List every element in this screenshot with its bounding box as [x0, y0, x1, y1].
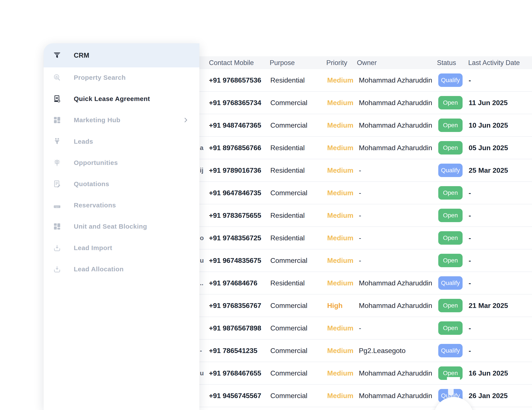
- priority-cell: Medium: [327, 144, 353, 152]
- table-header-row: Contact Mobile Purpose Priority Owner St…: [200, 56, 532, 69]
- table-row[interactable]: +91 9768467655CommercialMediumMohammad A…: [200, 362, 532, 385]
- reservation-keys-icon: [53, 201, 61, 209]
- opportunity-bulb-icon: [53, 159, 61, 167]
- column-header-contact-mobile[interactable]: Contact Mobile: [209, 59, 254, 67]
- column-header-purpose[interactable]: Purpose: [270, 59, 295, 67]
- column-header-status[interactable]: Status: [437, 59, 456, 67]
- clipped-text-fragment: u.: [200, 369, 204, 377]
- last-activity-date-cell: -: [469, 211, 471, 219]
- last-activity-date-cell: 26 Jan 2025: [469, 392, 508, 400]
- status-badge[interactable]: Qualify: [438, 164, 463, 177]
- sidebar-item-label: Property Search: [74, 74, 126, 81]
- priority-cell: Medium: [327, 347, 353, 355]
- status-badge[interactable]: Open: [438, 186, 463, 200]
- sidebar-item-marketing-hub[interactable]: Marketing Hub: [44, 110, 200, 130]
- purpose-cell: Commercial: [270, 324, 307, 332]
- crm-sidebar: CRM Property SearchQuick Lease Agreement…: [44, 43, 200, 410]
- priority-cell: Medium: [327, 279, 353, 287]
- last-activity-date-cell: -: [469, 256, 471, 264]
- sidebar-item-label: Reservations: [74, 201, 116, 209]
- status-badge[interactable]: Open: [438, 321, 463, 335]
- column-header-priority[interactable]: Priority: [326, 59, 347, 67]
- status-badge[interactable]: Open: [438, 96, 463, 109]
- sidebar-item-label: Opportunities: [74, 159, 118, 166]
- status-badge[interactable]: Open: [438, 141, 463, 155]
- clipped-text-fragment: o.: [200, 234, 204, 242]
- clipped-text-fragment: u.: [200, 257, 204, 264]
- priority-cell: Medium: [327, 99, 353, 107]
- priority-cell: High: [327, 302, 342, 310]
- sidebar-item-label: Marketing Hub: [74, 116, 120, 124]
- clipped-text-fragment: -: [200, 347, 204, 354]
- column-header-owner[interactable]: Owner: [357, 59, 377, 67]
- contact-mobile-cell: +91 9487467365: [209, 121, 261, 129]
- purpose-cell: Residential: [270, 76, 305, 84]
- contact-mobile-cell: +91 9674835675: [209, 256, 261, 264]
- sidebar-item-crm[interactable]: CRM: [44, 43, 200, 67]
- table-row[interactable]: +91 9456745567CommercialMediumMohammad A…: [200, 385, 532, 407]
- table-row[interactable]: +91 9783675655ResidentialMedium-Open-: [200, 204, 532, 227]
- import-tray-icon: [53, 244, 61, 252]
- sidebar-item-opportunities[interactable]: Opportunities: [44, 152, 200, 173]
- status-badge[interactable]: Open: [438, 209, 463, 222]
- last-activity-date-cell: -: [469, 76, 471, 84]
- status-badge[interactable]: Qualify: [438, 276, 463, 290]
- column-header-last-activity-date[interactable]: Last Activity Date: [468, 59, 520, 67]
- purpose-cell: Commercial: [270, 392, 307, 400]
- sidebar-item-unit-and-seat-blocking[interactable]: Unit and Seat Blocking: [44, 216, 200, 237]
- last-activity-date-cell: 05 Jun 2025: [469, 144, 508, 152]
- table-row[interactable]: +91 9789016736ResidentialMedium-Qualify2…: [200, 159, 532, 182]
- sidebar-item-label: Quotations: [74, 180, 109, 188]
- table-row[interactable]: +91 9768365734CommercialMediumMohammad A…: [200, 92, 532, 114]
- table-row[interactable]: +91 974684676ResidentialMediumMohammad A…: [200, 272, 532, 294]
- sidebar-item-reservations[interactable]: Reservations: [44, 195, 200, 216]
- table-row[interactable]: +91 9768356767CommercialHighMohammad Azh…: [200, 294, 532, 317]
- contact-mobile-cell: +91 8976856766: [209, 144, 261, 152]
- sidebar-item-quotations[interactable]: Quotations: [44, 173, 200, 194]
- table-row[interactable]: +91 786541235CommercialMediumPg2.Leasego…: [200, 340, 532, 362]
- last-activity-date-cell: 11 Jun 2025: [469, 99, 508, 107]
- table-body: +91 9768657536ResidentialMediumMohammad …: [200, 69, 532, 407]
- purpose-cell: Commercial: [270, 302, 307, 310]
- table-row[interactable]: +91 9876567898CommercialMedium-Open-: [200, 317, 532, 340]
- owner-cell: Mohammad Azharuddin: [359, 121, 432, 129]
- owner-cell: -: [359, 166, 361, 174]
- table-row[interactable]: +91 9647846735CommercialMedium-Open-: [200, 182, 532, 204]
- leads-funnel-icon: [53, 137, 61, 146]
- purpose-cell: Commercial: [270, 369, 307, 377]
- crm-app-screen: Contact Mobile Purpose Priority Owner St…: [0, 0, 532, 410]
- property-search-icon: [53, 73, 61, 82]
- sidebar-item-property-search[interactable]: Property Search: [44, 67, 200, 88]
- owner-cell: Mohammad Azharuddin: [359, 144, 432, 152]
- last-activity-date-cell: -: [469, 279, 471, 287]
- overlay-artifact: [448, 385, 454, 395]
- purpose-cell: Residential: [270, 144, 305, 152]
- table-row[interactable]: +91 9748356725ResidentialMedium-Open-o.: [200, 227, 532, 249]
- table-row[interactable]: +91 8976856766ResidentialMediumMohammad …: [200, 137, 532, 159]
- table-row[interactable]: +91 9674835675CommercialMedium-Open-u.: [200, 249, 532, 272]
- sidebar-item-label: Quick Lease Agreement: [74, 95, 150, 102]
- status-badge[interactable]: Open: [438, 299, 463, 312]
- sidebar-item-quick-lease-agreement[interactable]: Quick Lease Agreement: [44, 88, 200, 109]
- last-activity-date-cell: -: [469, 234, 471, 242]
- funnel-icon: [53, 51, 61, 60]
- status-badge[interactable]: Open: [438, 254, 463, 267]
- status-badge[interactable]: Qualify: [438, 73, 463, 87]
- status-badge[interactable]: Open: [438, 231, 463, 245]
- priority-cell: Medium: [327, 256, 353, 264]
- table-row[interactable]: +91 9487467365CommercialMediumMohammad A…: [200, 114, 532, 137]
- priority-cell: Medium: [327, 121, 353, 129]
- sidebar-item-lead-import[interactable]: Lead Import: [44, 237, 200, 258]
- contact-mobile-cell: +91 9876567898: [209, 324, 261, 332]
- status-badge[interactable]: Open: [438, 118, 463, 132]
- sidebar-item-lead-allocation[interactable]: Lead Allocation: [44, 259, 200, 280]
- owner-cell: Mohammad Azharuddin: [359, 99, 432, 107]
- sidebar-item-leads[interactable]: Leads: [44, 131, 200, 152]
- status-badge[interactable]: Qualify: [438, 344, 463, 357]
- last-activity-date-cell: 25 Mar 2025: [469, 166, 508, 174]
- last-activity-date-cell: -: [469, 189, 471, 197]
- owner-cell: -: [359, 211, 361, 219]
- table-row[interactable]: +91 9768657536ResidentialMediumMohammad …: [200, 69, 532, 92]
- purpose-cell: Commercial: [270, 121, 307, 129]
- sidebar-item-label: Lead Import: [74, 244, 112, 252]
